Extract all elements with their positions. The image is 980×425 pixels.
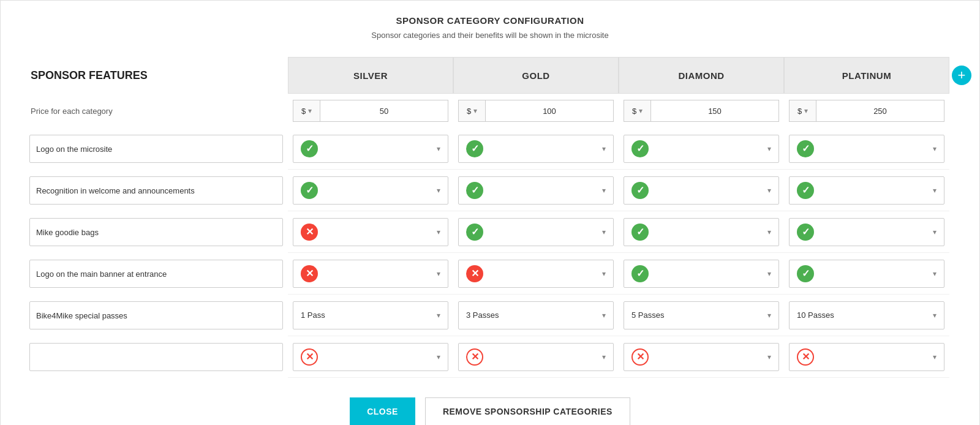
feature-value-5-platinum: ✕▾: [784, 336, 949, 378]
feature-value-2-platinum: ✓▾: [784, 211, 949, 253]
feature-spacer-4: [949, 295, 974, 336]
feature-label-input-4[interactable]: [29, 301, 283, 329]
column-header-platinum: PLATINUM: [784, 57, 949, 94]
chevron-down-icon: ▾: [437, 269, 440, 278]
check-dropdown-1-silver[interactable]: ✓▾: [293, 176, 448, 205]
feature-value-1-silver: ✓▾: [288, 170, 453, 211]
check-dropdown-2-diamond[interactable]: ✓▾: [624, 218, 779, 246]
passes-dropdown-gold[interactable]: 3 Passes▾: [458, 301, 614, 329]
feature-label-cell-3: [24, 253, 288, 295]
chevron-down-icon: ▾: [437, 145, 440, 153]
modal-subtitle: Sponsor categories and their benefits wi…: [371, 31, 608, 40]
currency-select-diamond[interactable]: $ ▾: [624, 100, 650, 122]
x-icon: ✕: [301, 265, 318, 282]
feature-value-4-gold: 3 Passes▾: [453, 295, 619, 336]
check-dropdown-0-gold[interactable]: ✓▾: [458, 135, 614, 163]
feature-label-input-3[interactable]: [29, 260, 283, 288]
feature-value-1-gold: ✓▾: [453, 170, 619, 211]
check-dropdown-5-diamond[interactable]: ✕▾: [624, 343, 779, 371]
x-icon: ✕: [466, 265, 483, 282]
check-dropdown-2-gold[interactable]: ✓▾: [458, 218, 614, 246]
chevron-down-icon: ▾: [602, 145, 606, 153]
feature-value-0-diamond: ✓▾: [619, 128, 784, 170]
feature-label-input-0[interactable]: [29, 135, 283, 163]
checkmark-icon: ✓: [631, 140, 649, 157]
feature-spacer-5: [949, 336, 974, 378]
feature-value-1-diamond: ✓▾: [619, 170, 784, 211]
price-input-silver: $ ▾: [288, 94, 453, 128]
currency-select-silver[interactable]: $ ▾: [293, 100, 320, 122]
feature-value-4-silver: 1 Pass▾: [288, 295, 453, 336]
chevron-down-icon: ▾: [437, 353, 440, 361]
chevron-down-icon: ▾: [767, 228, 771, 236]
table-wrapper: SPONSOR FEATURES SILVER GOLD DIAMOND PLA…: [24, 57, 956, 378]
feature-label-cell-4: [24, 295, 288, 336]
checkmark-icon: ✓: [797, 140, 814, 157]
feature-label-input-5[interactable]: [29, 343, 283, 371]
passes-dropdown-platinum[interactable]: 10 Passes▾: [789, 301, 944, 329]
checkmark-icon: ✓: [466, 182, 483, 199]
check-dropdown-5-platinum[interactable]: ✕▾: [789, 343, 944, 371]
feature-value-4-diamond: 5 Passes▾: [619, 295, 784, 336]
chevron-down-icon: ▾: [767, 311, 771, 320]
chevron-down-icon: ▾: [602, 269, 606, 278]
feature-label-input-2[interactable]: [29, 218, 283, 246]
currency-chevron-platinum: ▾: [804, 107, 808, 115]
price-number-diamond[interactable]: [650, 100, 779, 122]
check-dropdown-3-gold[interactable]: ✕▾: [458, 260, 614, 288]
check-dropdown-3-silver[interactable]: ✕▾: [293, 260, 448, 288]
check-dropdown-5-silver[interactable]: ✕▾: [293, 343, 448, 371]
feature-value-2-diamond: ✓▾: [619, 211, 784, 253]
feature-label-input-1[interactable]: [29, 176, 283, 205]
check-dropdown-0-platinum[interactable]: ✓▾: [789, 135, 944, 163]
check-dropdown-0-diamond[interactable]: ✓▾: [624, 135, 779, 163]
feature-value-3-diamond: ✓▾: [619, 253, 784, 295]
feature-value-5-silver: ✕▾: [288, 336, 453, 378]
currency-select-gold[interactable]: $ ▾: [458, 100, 485, 122]
currency-chevron-silver: ▾: [308, 107, 312, 115]
check-dropdown-1-platinum[interactable]: ✓▾: [789, 176, 944, 205]
currency-chevron-diamond: ▾: [639, 107, 643, 115]
chevron-down-icon: ▾: [437, 186, 440, 195]
feature-value-5-gold: ✕▾: [453, 336, 619, 378]
checkmark-icon: ✓: [797, 224, 814, 241]
feature-label-cell-0: [24, 128, 288, 170]
price-input-platinum: $ ▾: [784, 94, 949, 128]
check-dropdown-2-platinum[interactable]: ✓▾: [789, 218, 944, 246]
chevron-down-icon: ▾: [933, 353, 937, 361]
currency-select-platinum[interactable]: $ ▾: [789, 100, 816, 122]
x-icon-light: ✕: [631, 348, 649, 366]
feature-spacer-0: [949, 128, 974, 170]
feature-label-cell-1: [24, 170, 288, 211]
chevron-down-icon: ▾: [767, 269, 771, 278]
feature-value-3-platinum: ✓▾: [784, 253, 949, 295]
check-dropdown-0-silver[interactable]: ✓▾: [293, 135, 448, 163]
check-dropdown-1-gold[interactable]: ✓▾: [458, 176, 614, 205]
check-dropdown-5-gold[interactable]: ✕▾: [458, 343, 614, 371]
add-column-button[interactable]: +: [952, 66, 971, 85]
check-dropdown-3-platinum[interactable]: ✓▾: [789, 260, 944, 288]
sponsor-features-header: SPONSOR FEATURES: [24, 57, 288, 94]
price-number-platinum[interactable]: [816, 100, 944, 122]
column-header-diamond: DIAMOND: [619, 57, 784, 94]
price-input-diamond: $ ▾: [619, 94, 784, 128]
feature-value-3-silver: ✕▾: [288, 253, 453, 295]
passes-dropdown-diamond[interactable]: 5 Passes▾: [624, 301, 779, 329]
feature-value-1-platinum: ✓▾: [784, 170, 949, 211]
price-label: Price for each category: [24, 94, 288, 128]
price-number-silver[interactable]: [320, 100, 448, 122]
feature-value-2-silver: ✕▾: [288, 211, 453, 253]
check-dropdown-3-diamond[interactable]: ✓▾: [624, 260, 779, 288]
table-grid: SPONSOR FEATURES SILVER GOLD DIAMOND PLA…: [24, 57, 956, 378]
check-dropdown-2-silver[interactable]: ✕▾: [293, 218, 448, 246]
price-number-gold[interactable]: [485, 100, 614, 122]
feature-value-4-platinum: 10 Passes▾: [784, 295, 949, 336]
passes-dropdown-silver[interactable]: 1 Pass▾: [293, 301, 448, 329]
remove-button[interactable]: REMOVE SPONSORSHIP CATEGORIES: [425, 397, 630, 425]
check-dropdown-1-diamond[interactable]: ✓▾: [624, 176, 779, 205]
feature-value-2-gold: ✓▾: [453, 211, 619, 253]
chevron-down-icon: ▾: [437, 228, 440, 236]
chevron-down-icon: ▾: [602, 353, 606, 361]
close-button[interactable]: CLOSE: [350, 397, 415, 425]
chevron-down-icon: ▾: [933, 228, 937, 236]
